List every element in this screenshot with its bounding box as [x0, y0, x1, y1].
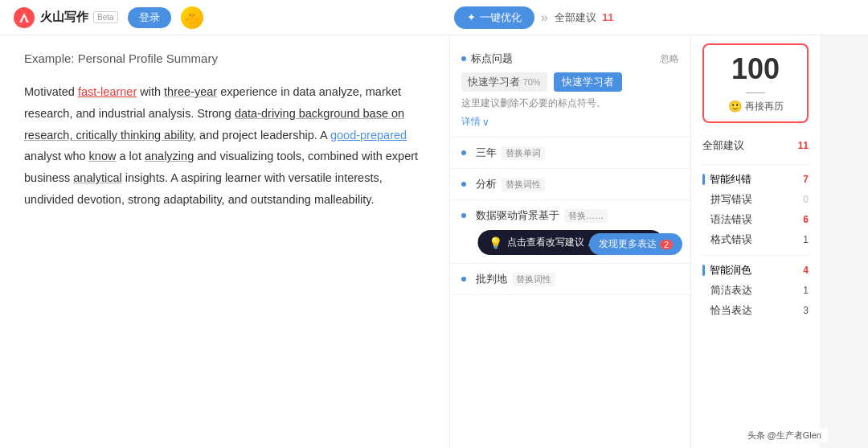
blue-bar-icon	[702, 174, 705, 185]
concise-count: 1	[803, 285, 809, 296]
suggestion-panel: 标点问题 忽略 快速学习者 70% 快速学习者 这里建议删除不必要的标点符号。 …	[450, 35, 691, 448]
editor-area: Example: Personal Profile Summary Motiva…	[0, 35, 450, 448]
suggestion-type-1: 标点问题	[461, 51, 513, 66]
logo-icon	[13, 6, 35, 29]
replace-tag-2[interactable]: 替换单词	[502, 146, 545, 160]
score-action: 🙂 再接再历	[712, 100, 799, 113]
divider-2	[702, 255, 809, 256]
suggestion-item-5: 批判地 替换词性	[450, 264, 690, 295]
smart-color-row[interactable]: 智能润色 4	[702, 261, 809, 281]
replace-tag-3[interactable]: 替换词性	[502, 178, 545, 191]
original-word-1: 快速学习者 70%	[461, 72, 547, 92]
lightbulb-icon: 💡	[489, 236, 502, 249]
grammar-count: 6	[803, 214, 809, 225]
sidebar-all-section: 全部建议 11	[702, 136, 809, 156]
suggestion-label-5: 批判地	[476, 272, 507, 286]
divider-1	[702, 164, 809, 165]
suggestion-label-4: 数据驱动背景基于	[476, 208, 559, 223]
dot-icon-3	[461, 182, 466, 187]
suggestion-header-1: 标点问题 忽略	[461, 51, 679, 66]
score-dash: ——	[712, 87, 799, 98]
doc-title: Example: Personal Profile Summary	[24, 51, 425, 65]
suggestion-item-4: 数据驱动背景基于 替换…… 💡 点击查看改写建议，发现更多表达 发现更多表达 2	[450, 200, 690, 264]
smart-correct-row[interactable]: 智能纠错 7	[702, 170, 809, 190]
optimize-icon: ✦	[467, 11, 476, 23]
highlight-analyzing: analyzing	[145, 150, 194, 162]
suggestion-simple-4: 数据驱动背景基于 替换……	[461, 208, 679, 223]
chevron-down-icon: ∨	[482, 117, 489, 128]
score-emoji: 🙂	[728, 100, 742, 113]
more-icon[interactable]: »	[541, 10, 548, 25]
proper-row[interactable]: 恰当表达 3	[702, 301, 809, 321]
proper-count: 3	[803, 305, 809, 316]
highlight-analytical: analytical	[73, 171, 121, 184]
concise-row[interactable]: 简洁表达 1	[702, 281, 809, 301]
discover-count: 2	[660, 240, 673, 249]
dot-icon-2	[461, 150, 466, 155]
beta-badge: Beta	[93, 11, 118, 23]
logo-area: 火山写作 Beta	[13, 6, 118, 29]
suggestion-label-2: 三年	[476, 146, 497, 160]
login-button[interactable]: 登录	[128, 7, 171, 28]
doc-content: Motivated fast-learner with three-year e…	[24, 81, 425, 211]
topbar-center: ✦ 一键优化 » 全部建议 11	[213, 6, 855, 29]
avatar: 🐥	[181, 6, 203, 29]
suggestion-simple-3: 分析 替换词性	[461, 177, 679, 191]
smart-correct-count: 7	[803, 174, 809, 185]
discover-label: 发现更多表达	[599, 237, 657, 251]
all-count: 11	[798, 140, 809, 151]
right-sidebar: 100 —— 🙂 再接再历 全部建议 11 智能纠错 7 拼写错误 0	[691, 35, 820, 448]
score-number: 100	[712, 53, 799, 85]
suggestions-label: 全部建议 11	[555, 10, 614, 25]
detail-link-1[interactable]: 详情 ∨	[461, 115, 679, 129]
dot-icon-5	[461, 277, 466, 282]
suggestion-label-3: 分析	[476, 177, 497, 191]
suggestions-count: 11	[602, 11, 613, 23]
discover-button[interactable]: 发现更多表达 2	[589, 233, 682, 255]
suggestion-item-1: 标点问题 忽略 快速学习者 70% 快速学习者 这里建议删除不必要的标点符号。 …	[450, 43, 690, 138]
score-action-text: 再接再历	[745, 100, 784, 113]
dot-icon-4	[461, 213, 466, 218]
suggestion-simple-5: 批判地 替换词性	[461, 272, 679, 286]
suggestion-content-1: 快速学习者 70% 快速学习者	[461, 72, 679, 92]
topbar: 火山写作 Beta 登录 🐥 ✦ 一键优化 » 全部建议 11	[0, 0, 868, 35]
highlight-know: know	[89, 150, 117, 162]
spell-row[interactable]: 拼写错误 0	[702, 190, 809, 210]
highlight-good-prepared: good-prepared	[330, 129, 407, 142]
format-count: 1	[803, 234, 809, 245]
spell-count: 0	[803, 194, 809, 205]
main-layout: Example: Personal Profile Summary Motiva…	[0, 35, 868, 448]
suggestion-note-1: 这里建议删除不必要的标点符号。	[461, 97, 679, 110]
score-box: 100 —— 🙂 再接再历	[702, 43, 809, 123]
suggestion-simple-2: 三年 替换单词	[461, 146, 679, 160]
grammar-row[interactable]: 语法错误 6	[702, 210, 809, 230]
dot-icon	[461, 56, 466, 61]
ignore-button-1[interactable]: 忽略	[660, 52, 679, 66]
smart-color-count: 4	[803, 265, 809, 276]
suggestion-item-3: 分析 替换词性	[450, 169, 690, 200]
highlight-fast-learner: fast-learner	[78, 85, 137, 98]
optimize-button[interactable]: ✦ 一键优化	[454, 6, 534, 29]
replace-tag-4[interactable]: 替换……	[564, 209, 608, 223]
highlight-three-year: three-year	[164, 85, 217, 98]
replace-tag-5[interactable]: 替换词性	[512, 273, 555, 286]
suggestion-item-2: 三年 替换单词	[450, 138, 690, 169]
watermark: 头条 @生产者Glen	[741, 428, 828, 443]
suggested-word-1[interactable]: 快速学习者	[554, 72, 622, 92]
blue-bar-icon-2	[702, 265, 705, 276]
sidebar-all-row[interactable]: 全部建议 11	[702, 136, 809, 156]
format-row[interactable]: 格式错误 1	[702, 230, 809, 250]
app-name: 火山写作	[40, 10, 88, 25]
